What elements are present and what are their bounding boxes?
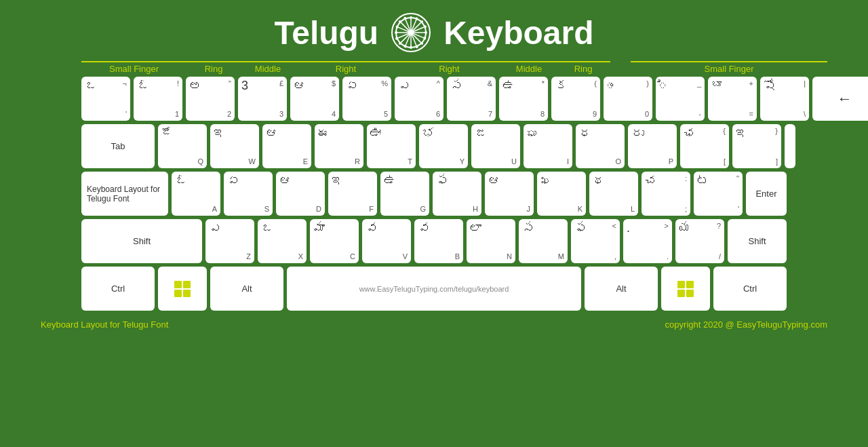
key-c[interactable]: మా C — [310, 219, 359, 263]
key-j[interactable]: ఆ J — [485, 172, 534, 216]
key-t[interactable]: ఊ T — [367, 124, 416, 168]
key-enter-main[interactable]: Enter — [746, 172, 787, 216]
finger-label-ring-left: Ring — [186, 61, 241, 74]
key-2[interactable]: అ " 2 — [186, 77, 235, 121]
finger-label-spacer — [610, 61, 631, 74]
key-i[interactable]: ఘ I — [524, 124, 572, 168]
key-5[interactable]: ఏ % 5 — [342, 77, 391, 121]
svg-point-17 — [420, 20, 423, 23]
svg-point-13 — [395, 31, 397, 34]
key-backspace[interactable]: ← — [812, 77, 868, 121]
key-a[interactable]: ఓ A — [172, 172, 220, 216]
qwerty-row: Tab జో Q ఇ W ఆ E ఈ R ఊ T భ Y జ U ఘ — [81, 124, 787, 168]
key-f[interactable]: ఇ F — [328, 172, 377, 216]
asdf-row: Keyboard Layout for Telugu Font ఓ A ఏ S … — [81, 172, 787, 216]
key-ctrl-left[interactable]: Ctrl — [81, 267, 155, 311]
key-9[interactable]: క ( 9 — [551, 77, 600, 121]
key-z[interactable]: ఎ Z — [205, 219, 254, 263]
key-shift-left[interactable]: Shift — [81, 219, 202, 263]
windows-icon-right — [676, 279, 695, 298]
key-y[interactable]: భ Y — [419, 124, 468, 168]
key-period[interactable]: . > . — [623, 219, 672, 263]
key-slash[interactable]: య ? / — [675, 219, 724, 263]
key-m[interactable]: స M — [519, 219, 568, 263]
key-minus[interactable]: ి _ - — [656, 77, 705, 121]
key-b[interactable]: వ B — [414, 219, 463, 263]
key-equals[interactable]: బూ + = — [708, 77, 757, 121]
key-3[interactable]: 3 £ 3 — [238, 77, 287, 121]
key-7[interactable]: స & 7 — [447, 77, 496, 121]
key-8[interactable]: ఉ * 8 — [499, 77, 548, 121]
key-1[interactable]: ఓ ! 1 — [134, 77, 182, 121]
title-area: Telugu — [0, 0, 868, 60]
svg-rect-29 — [174, 290, 182, 297]
finger-label-right-index2: Right — [397, 61, 502, 74]
windows-icon-left — [173, 279, 192, 298]
key-bracket-close[interactable]: ఇ } ] — [732, 124, 781, 168]
svg-point-18 — [399, 42, 401, 45]
finger-label-ring-right: Ring — [556, 61, 610, 74]
key-comma[interactable]: ఫ < , — [571, 219, 620, 263]
svg-point-16 — [420, 42, 423, 45]
footer-right: copyright 2020 @ EasyTeluguTyping.com — [665, 319, 827, 330]
finger-label-right-index: Right — [295, 61, 397, 74]
svg-point-11 — [410, 16, 412, 19]
svg-rect-33 — [677, 290, 685, 297]
key-semicolon[interactable]: చ : ; — [642, 172, 690, 216]
footer: Keyboard Layout for Telugu Font copyrigh… — [0, 314, 868, 335]
key-e[interactable]: ఆ E — [262, 124, 311, 168]
key-d[interactable]: ఆ D — [276, 172, 325, 216]
key-v[interactable]: వ V — [362, 219, 411, 263]
title-part2: Keyboard — [443, 14, 593, 52]
key-backslash[interactable]: షో | \ — [760, 77, 809, 121]
key-x[interactable]: ఒ X — [258, 219, 307, 263]
title-part1: Telugu — [274, 14, 378, 52]
key-l[interactable]: థ L — [589, 172, 638, 216]
finger-label-small-finger-right: Small Finger — [631, 61, 827, 74]
key-shift-right[interactable]: Shift — [728, 219, 787, 263]
key-enter[interactable] — [785, 124, 795, 168]
key-0[interactable]: ం ) 0 — [604, 77, 652, 121]
svg-rect-32 — [686, 281, 694, 288]
key-g[interactable]: ఉ G — [380, 172, 429, 216]
key-tab[interactable]: Tab — [81, 124, 155, 168]
key-win-right[interactable] — [661, 267, 710, 311]
svg-point-12 — [410, 46, 412, 49]
key-k[interactable]: ఖ K — [537, 172, 586, 216]
key-ctrl-right[interactable]: Ctrl — [713, 267, 787, 311]
svg-rect-30 — [183, 290, 191, 297]
key-quote[interactable]: ట " ' — [694, 172, 743, 216]
svg-rect-31 — [677, 281, 685, 288]
key-alt-right[interactable]: Alt — [585, 267, 658, 311]
key-s[interactable]: ఏ S — [224, 172, 273, 216]
finger-label-middle-right: Middle — [502, 61, 556, 74]
svg-point-15 — [399, 20, 401, 23]
key-4[interactable]: ఆ $ 4 — [290, 77, 339, 121]
key-h[interactable]: ఫ H — [433, 172, 481, 216]
footer-left: Keyboard Layout for Telugu Font — [41, 319, 168, 330]
key-backtick[interactable]: ఒ ¬ ' — [81, 77, 130, 121]
key-w[interactable]: ఇ W — [210, 124, 259, 168]
key-r[interactable]: ఈ R — [315, 124, 363, 168]
svg-rect-28 — [183, 281, 191, 288]
key-p[interactable]: రు P — [628, 124, 677, 168]
key-6[interactable]: ఎ ^ 6 — [395, 77, 443, 121]
key-u[interactable]: జ U — [471, 124, 520, 168]
bottom-row: Ctrl Alt www.EasyTeluguTyping.com/telugu… — [81, 267, 787, 311]
key-win-left[interactable] — [158, 267, 207, 311]
svg-rect-27 — [174, 281, 182, 288]
key-alt-left[interactable]: Alt — [210, 267, 283, 311]
key-q[interactable]: జో Q — [158, 124, 207, 168]
zxcv-row: Shift ఎ Z ఒ X మా C వ V వ B లా N స M — [81, 219, 787, 263]
finger-label-middle-left: Middle — [241, 61, 295, 74]
key-o[interactable]: ధ O — [576, 124, 625, 168]
ashoka-wheel-icon — [391, 12, 431, 53]
svg-point-14 — [425, 31, 427, 34]
key-n[interactable]: లా N — [467, 219, 515, 263]
key-capslock[interactable]: Keyboard Layout for Telugu Font — [81, 172, 168, 216]
key-space[interactable]: www.EasyTeluguTyping.com/telugu/keyboard — [287, 267, 581, 311]
finger-label-small-finger-left: Small Finger — [81, 61, 186, 74]
svg-rect-34 — [686, 290, 694, 297]
key-bracket-open[interactable]: ఛ { [ — [680, 124, 729, 168]
spacebar-url: www.EasyTeluguTyping.com/telugu/keyboard — [359, 285, 509, 293]
